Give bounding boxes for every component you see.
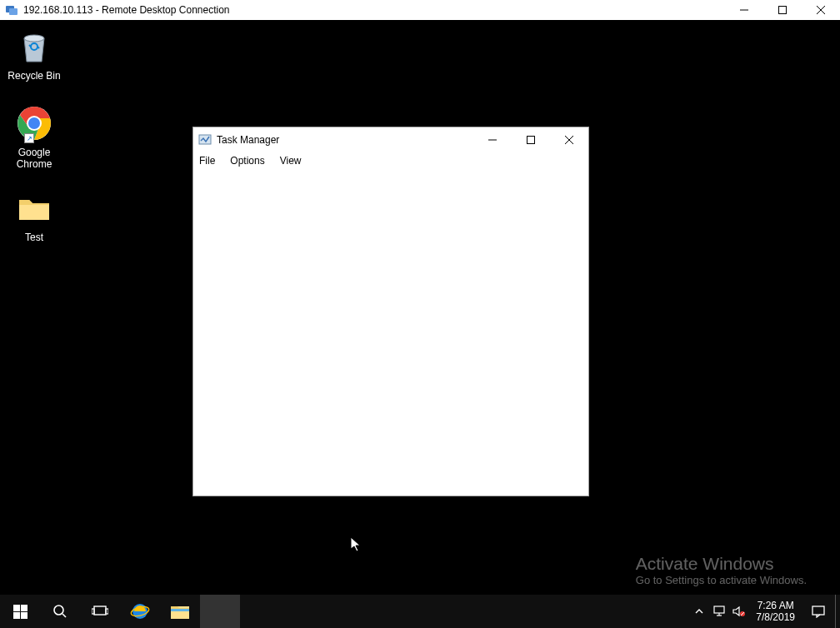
rdp-title-bar: 192.168.10.113 - Remote Desktop Connecti…: [0, 0, 840, 20]
desktop-icon-chrome[interactable]: ↗ Google Chrome: [2, 103, 66, 170]
task-view-icon: [92, 605, 108, 618]
task-manager-menubar: File Options View: [193, 152, 588, 169]
desktop-icon-label: Test: [2, 232, 66, 243]
menu-view[interactable]: View: [278, 154, 303, 167]
rdp-icon: [5, 3, 18, 17]
svg-line-20: [62, 614, 66, 617]
chevron-up-icon: [695, 607, 703, 616]
mouse-cursor: [350, 536, 362, 556]
start-button[interactable]: [0, 595, 40, 628]
svg-rect-17: [13, 612, 20, 619]
task-manager-title: Task Manager: [217, 134, 279, 146]
file-explorer-icon: [171, 604, 189, 619]
task-view-button[interactable]: [80, 595, 120, 628]
ie-icon: [130, 601, 150, 621]
menu-options[interactable]: Options: [228, 154, 266, 167]
svg-point-6: [24, 35, 44, 42]
svg-rect-16: [21, 605, 28, 611]
clock-date: 7/8/2019: [756, 611, 795, 623]
rdp-title-text: 192.168.10.113 - Remote Desktop Connecti…: [23, 4, 230, 16]
rdp-maximize-button[interactable]: [763, 0, 802, 20]
desktop-icon-test-folder[interactable]: Test: [2, 188, 66, 243]
svg-rect-12: [528, 137, 535, 144]
svg-rect-23: [106, 609, 108, 614]
taskbar-app-active-blank[interactable]: [200, 595, 240, 628]
task-manager-titlebar[interactable]: Task Manager: [193, 127, 588, 152]
chrome-icon: ↗: [14, 103, 54, 143]
clock-time: 7:26 AM: [756, 600, 795, 611]
notifications-icon: [812, 605, 825, 618]
desktop-icon-label: Recycle Bin: [2, 70, 66, 82]
svg-rect-15: [13, 605, 20, 611]
svg-rect-33: [812, 606, 824, 615]
menu-file[interactable]: File: [198, 154, 217, 167]
taskbar-clock[interactable]: 7:26 AM 7/8/2019: [749, 600, 802, 623]
task-manager-maximize-button[interactable]: [512, 127, 550, 152]
watermark-title: Activate Windows: [636, 554, 807, 574]
taskbar: 7:26 AM 7/8/2019: [0, 595, 840, 628]
recycle-bin-icon: [14, 27, 54, 67]
taskbar-app-explorer[interactable]: [160, 595, 200, 628]
remote-desktop: Recycle Bin ↗ Google Chrome Test: [0, 20, 840, 628]
svg-rect-21: [94, 606, 106, 615]
watermark-subtitle: Go to Settings to activate Windows.: [636, 574, 807, 586]
notifications-button[interactable]: [802, 595, 835, 628]
windows-icon: [13, 605, 28, 619]
folder-icon: [14, 188, 54, 228]
shortcut-overlay-icon: ↗: [24, 133, 34, 143]
svg-rect-1: [9, 8, 18, 15]
rdp-minimize-button[interactable]: [725, 0, 763, 20]
svg-rect-22: [92, 609, 94, 614]
svg-point-9: [28, 117, 40, 129]
task-manager-close-button[interactable]: [550, 127, 588, 152]
taskbar-app-ie[interactable]: [120, 595, 160, 628]
task-manager-window: Task Manager File Options View: [192, 127, 589, 496]
task-manager-minimize-button[interactable]: [473, 127, 512, 152]
network-icon: [712, 606, 726, 617]
svg-rect-27: [171, 609, 189, 611]
search-button[interactable]: [40, 595, 80, 628]
desktop-icon-label: Google Chrome: [2, 147, 66, 170]
task-manager-body: [193, 169, 588, 496]
activate-windows-watermark: Activate Windows Go to Settings to activ…: [636, 554, 807, 586]
tray-volume-button[interactable]: [729, 595, 749, 628]
volume-muted-icon: [732, 606, 746, 617]
tray-network-button[interactable]: [709, 595, 729, 628]
show-desktop-button[interactable]: [835, 595, 840, 628]
search-icon: [52, 604, 68, 619]
svg-rect-3: [779, 7, 787, 14]
tray-overflow-button[interactable]: [689, 595, 709, 628]
desktop-icon-recycle-bin[interactable]: Recycle Bin: [2, 27, 66, 82]
task-manager-icon: [198, 133, 212, 147]
svg-rect-18: [21, 612, 28, 619]
svg-rect-28: [714, 606, 724, 613]
svg-point-19: [54, 606, 63, 615]
rdp-close-button[interactable]: [802, 0, 840, 20]
